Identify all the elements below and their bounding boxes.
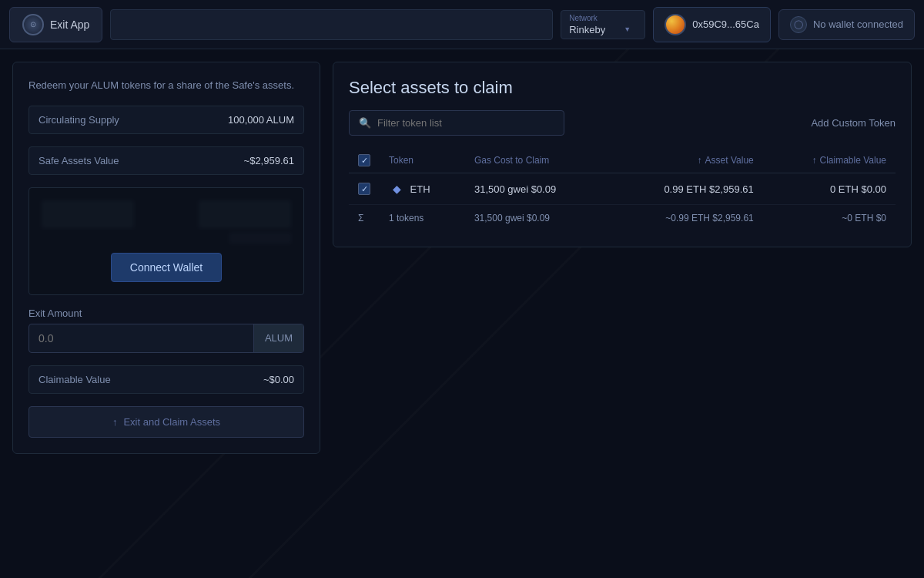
no-wallet-button[interactable]: ◯ No wallet connected bbox=[778, 9, 915, 40]
amount-unit: ALUM bbox=[253, 324, 303, 352]
network-label: Network bbox=[569, 14, 637, 22]
right-panel-title: Select assets to claim bbox=[349, 78, 896, 98]
row-checkbox[interactable] bbox=[358, 183, 370, 195]
th-asset-value: ↑Asset Value bbox=[608, 148, 763, 173]
row-claimable-value: 0 ETH $0.00 bbox=[763, 173, 896, 205]
circulating-supply-value: 100,000 ALUM bbox=[228, 114, 294, 126]
eth-icon: ◆ bbox=[389, 181, 404, 197]
wallet-connect-area: Connect Wallet bbox=[28, 187, 304, 295]
exit-amount-label: Exit Amount bbox=[28, 307, 304, 319]
exit-amount-section: Exit Amount ALUM bbox=[28, 307, 304, 353]
topbar-search-input[interactable] bbox=[110, 9, 553, 40]
claimable-value-row: Claimable Value ~$0.00 bbox=[28, 365, 304, 394]
summary-asset-value: ~0.99 ETH $2,959.61 bbox=[608, 205, 763, 232]
no-wallet-icon: ◯ bbox=[790, 16, 807, 33]
claimable-label: Claimable Value bbox=[38, 374, 111, 385]
network-select[interactable]: Rinkeby Mainnet bbox=[569, 24, 605, 35]
safe-assets-row: Safe Assets Value ~$2,959.61 bbox=[28, 146, 304, 175]
wallet-address-button[interactable]: 0x59C9...65Ca bbox=[653, 7, 771, 42]
summary-token-count: 1 tokens bbox=[380, 205, 465, 232]
th-gas-cost: Gas Cost to Claim bbox=[465, 148, 608, 173]
token-table: Token Gas Cost to Claim ↑Asset Value ↑Cl… bbox=[349, 148, 896, 231]
wallet-blur-row bbox=[42, 200, 291, 244]
filter-token-input[interactable] bbox=[377, 117, 554, 129]
safe-assets-label: Safe Assets Value bbox=[38, 155, 119, 166]
filter-input-wrapper: 🔍 bbox=[349, 110, 564, 136]
connect-wallet-button[interactable]: Connect Wallet bbox=[111, 253, 222, 282]
sort-arrow-claimable: ↑ bbox=[812, 155, 817, 166]
no-wallet-label: No wallet connected bbox=[813, 18, 903, 30]
circulating-supply-row: Circulating Supply 100,000 ALUM bbox=[28, 106, 304, 134]
sort-arrow-asset: ↑ bbox=[698, 155, 702, 166]
exit-arrow-icon: ↑ bbox=[112, 416, 118, 428]
exit-amount-input[interactable] bbox=[29, 324, 253, 352]
app-logo: ⊙ bbox=[22, 14, 44, 35]
blur-text bbox=[229, 233, 291, 244]
exit-app-label: Exit App bbox=[50, 18, 89, 31]
summary-gas-cost: 31,500 gwei $0.09 bbox=[465, 205, 608, 232]
select-all-checkbox[interactable] bbox=[358, 154, 370, 166]
row-gas-cost: 31,500 gwei $0.09 bbox=[465, 173, 608, 205]
main-content: Redeem your ALUM tokens for a share of t… bbox=[0, 49, 924, 578]
network-selector: Network Rinkeby Mainnet bbox=[561, 10, 645, 39]
right-panel: Select assets to claim 🔍 Add Custom Toke… bbox=[333, 62, 912, 247]
sigma-cell: Σ bbox=[349, 205, 380, 232]
claimable-value: ~$0.00 bbox=[263, 374, 294, 385]
wallet-address-text: 0x59C9...65Ca bbox=[692, 18, 759, 30]
exit-claim-button[interactable]: ↑ Exit and Claim Assets bbox=[28, 406, 304, 438]
table-header-row: Token Gas Cost to Claim ↑Asset Value ↑Cl… bbox=[349, 148, 896, 173]
exit-amount-wrapper: ALUM bbox=[28, 324, 304, 353]
exit-claim-label: Exit and Claim Assets bbox=[123, 416, 220, 428]
summary-claimable-value: ~0 ETH $0 bbox=[763, 205, 896, 232]
th-claimable-value: ↑Claimable Value bbox=[763, 148, 896, 173]
row-checkbox-cell bbox=[349, 173, 380, 205]
circulating-supply-label: Circulating Supply bbox=[38, 114, 119, 126]
panel-description: Redeem your ALUM tokens for a share of t… bbox=[28, 78, 304, 93]
safe-assets-value: ~$2,959.61 bbox=[244, 155, 294, 166]
wallet-avatar bbox=[665, 14, 686, 35]
add-custom-token-button[interactable]: Add Custom Token bbox=[811, 114, 896, 132]
row-token: ◆ ETH bbox=[380, 173, 465, 205]
row-asset-value: 0.99 ETH $2,959.61 bbox=[608, 173, 763, 205]
th-token: Token bbox=[380, 148, 465, 173]
table-row: ◆ ETH 31,500 gwei $0.09 0.99 ETH $2,959.… bbox=[349, 173, 896, 205]
filter-row: 🔍 Add Custom Token bbox=[349, 110, 896, 136]
exit-app-button[interactable]: ⊙ Exit App bbox=[9, 7, 102, 42]
summary-row: Σ 1 tokens 31,500 gwei $0.09 ~0.99 ETH $… bbox=[349, 205, 896, 232]
topbar: ⊙ Exit App Network Rinkeby Mainnet 0x59C… bbox=[0, 0, 924, 49]
left-panel: Redeem your ALUM tokens for a share of t… bbox=[12, 62, 320, 454]
th-checkbox bbox=[349, 148, 380, 173]
search-icon: 🔍 bbox=[359, 117, 371, 129]
blur-box-left bbox=[42, 200, 134, 228]
blur-box-right bbox=[199, 200, 291, 228]
